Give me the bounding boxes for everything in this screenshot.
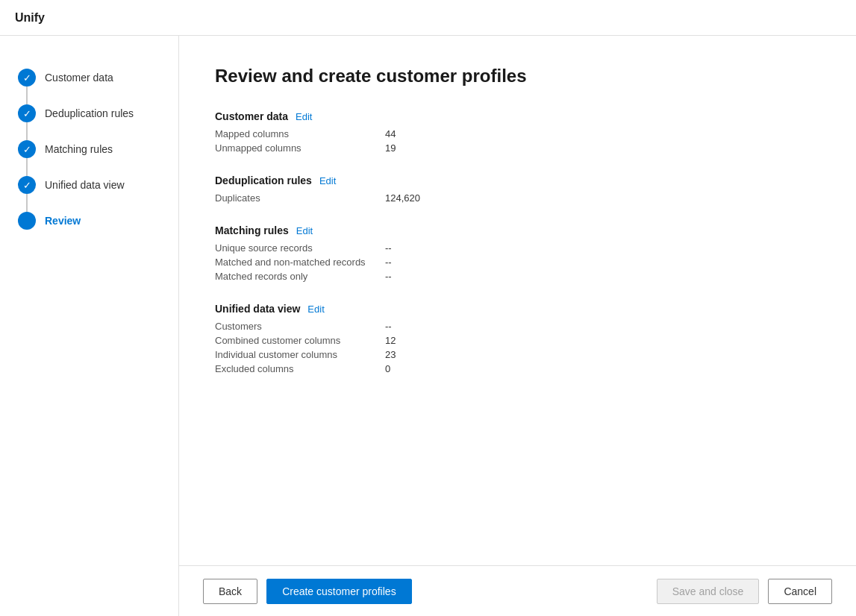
sidebar-label-review: Review — [45, 215, 81, 227]
create-customer-profiles-button[interactable]: Create customer profiles — [266, 579, 412, 604]
row-excluded-columns: Excluded columns 0 — [215, 363, 820, 374]
page-title: Review and create customer profiles — [215, 66, 820, 87]
unmapped-columns-value: 19 — [385, 142, 396, 154]
check-icon-4: ✓ — [23, 180, 31, 190]
section-title-deduplication-rules: Deduplication rules — [215, 175, 312, 186]
check-icon-3: ✓ — [23, 145, 31, 154]
section-title-matching-rules: Matching rules — [215, 224, 289, 236]
step-circle-review — [18, 212, 36, 230]
unique-source-records-label: Unique source records — [215, 242, 379, 254]
content-scroll: Review and create customer profiles Cust… — [179, 36, 856, 565]
mapped-columns-value: 44 — [385, 128, 396, 139]
row-individual-customer-columns: Individual customer columns 23 — [215, 349, 820, 360]
section-unified-data-view: Unified data view Edit Customers -- Comb… — [215, 303, 820, 374]
edit-link-matching-rules[interactable]: Edit — [296, 225, 313, 236]
section-deduplication-rules: Deduplication rules Edit Duplicates 124,… — [215, 175, 820, 204]
section-title-customer-data: Customer data — [215, 110, 288, 122]
sidebar: ✓ Customer data ✓ Deduplication rules ✓ … — [0, 36, 179, 616]
sidebar-item-review[interactable]: Review — [0, 203, 178, 239]
section-header-customer-data: Customer data Edit — [215, 110, 820, 122]
customers-value: -- — [385, 321, 392, 332]
footer-bar: Back Create customer profiles Save and c… — [179, 565, 856, 616]
section-header-deduplication-rules: Deduplication rules Edit — [215, 175, 820, 186]
section-title-unified-data-view: Unified data view — [215, 303, 300, 315]
sidebar-item-customer-data[interactable]: ✓ Customer data — [0, 60, 178, 95]
mapped-columns-label: Mapped columns — [215, 128, 379, 139]
sidebar-item-matching-rules[interactable]: ✓ Matching rules — [0, 131, 178, 167]
excluded-columns-label: Excluded columns — [215, 363, 379, 374]
active-dot-icon — [23, 217, 31, 224]
section-customer-data: Customer data Edit Mapped columns 44 Unm… — [215, 110, 820, 154]
individual-customer-columns-label: Individual customer columns — [215, 349, 379, 360]
sidebar-label-customer-data: Customer data — [45, 72, 113, 84]
main-layout: ✓ Customer data ✓ Deduplication rules ✓ … — [0, 36, 856, 616]
combined-customer-columns-value: 12 — [385, 335, 396, 346]
step-circle-deduplication-rules: ✓ — [18, 104, 36, 122]
save-and-close-button[interactable]: Save and close — [657, 579, 760, 604]
matched-non-matched-value: -- — [385, 257, 392, 268]
sidebar-label-deduplication-rules: Deduplication rules — [45, 107, 134, 119]
sidebar-label-unified-data-view: Unified data view — [45, 179, 125, 191]
footer-right-actions: Save and close Cancel — [657, 579, 832, 604]
step-circle-unified-data-view: ✓ — [18, 176, 36, 194]
section-header-unified-data-view: Unified data view Edit — [215, 303, 820, 315]
sidebar-label-matching-rules: Matching rules — [45, 143, 113, 155]
row-matched-records-only: Matched records only -- — [215, 271, 820, 282]
row-duplicates: Duplicates 124,620 — [215, 192, 820, 204]
sidebar-item-deduplication-rules[interactable]: ✓ Deduplication rules — [0, 95, 178, 131]
step-circle-matching-rules: ✓ — [18, 140, 36, 158]
matched-non-matched-label: Matched and non-matched records — [215, 257, 379, 268]
matched-records-only-value: -- — [385, 271, 392, 282]
row-mapped-columns: Mapped columns 44 — [215, 128, 820, 139]
row-unmapped-columns: Unmapped columns 19 — [215, 142, 820, 154]
edit-link-customer-data[interactable]: Edit — [296, 111, 312, 122]
app-title: Unify — [15, 11, 45, 25]
content-area: Review and create customer profiles Cust… — [179, 36, 856, 616]
row-combined-customer-columns: Combined customer columns 12 — [215, 335, 820, 346]
edit-link-unified-data-view[interactable]: Edit — [307, 304, 324, 315]
row-matched-non-matched: Matched and non-matched records -- — [215, 257, 820, 268]
duplicates-label: Duplicates — [215, 192, 379, 204]
edit-link-deduplication-rules[interactable]: Edit — [319, 175, 336, 186]
row-customers: Customers -- — [215, 321, 820, 332]
check-icon-2: ✓ — [23, 109, 31, 119]
excluded-columns-value: 0 — [385, 363, 390, 374]
customers-label: Customers — [215, 321, 379, 332]
unmapped-columns-label: Unmapped columns — [215, 142, 379, 154]
sidebar-item-unified-data-view[interactable]: ✓ Unified data view — [0, 167, 178, 203]
step-circle-customer-data: ✓ — [18, 69, 36, 87]
section-matching-rules: Matching rules Edit Unique source record… — [215, 224, 820, 282]
duplicates-value: 124,620 — [385, 192, 420, 204]
cancel-button[interactable]: Cancel — [768, 579, 832, 604]
back-button[interactable]: Back — [203, 579, 257, 604]
row-unique-source-records: Unique source records -- — [215, 242, 820, 254]
app-header: Unify — [0, 0, 856, 36]
check-icon: ✓ — [23, 73, 31, 83]
matched-records-only-label: Matched records only — [215, 271, 379, 282]
combined-customer-columns-label: Combined customer columns — [215, 335, 379, 346]
unique-source-records-value: -- — [385, 242, 392, 254]
section-header-matching-rules: Matching rules Edit — [215, 224, 820, 236]
individual-customer-columns-value: 23 — [385, 349, 396, 360]
